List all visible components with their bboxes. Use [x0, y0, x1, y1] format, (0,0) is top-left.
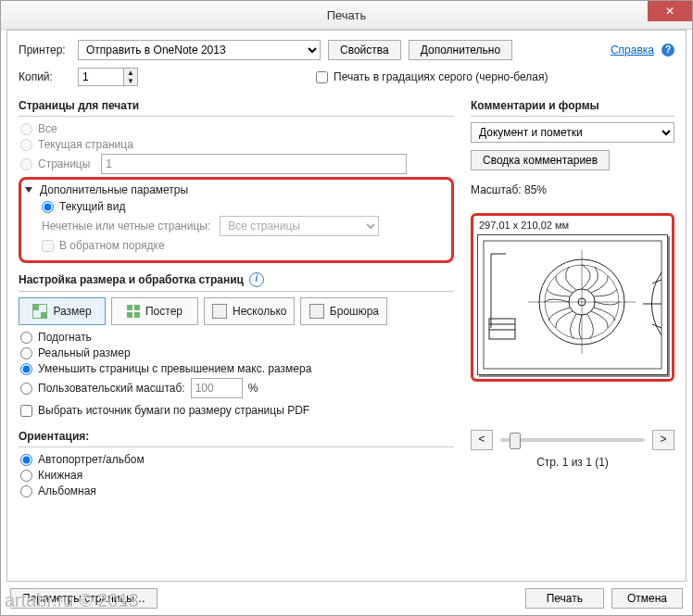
more-options-highlight: Дополнительные параметры Текущий вид Неч… — [19, 177, 454, 263]
copies-spinner[interactable]: ▲ ▼ — [78, 68, 138, 86]
properties-button[interactable]: Свойства — [328, 40, 401, 60]
size-icon — [32, 304, 47, 319]
radio-orient-landscape[interactable]: Альбомная — [19, 484, 454, 497]
print-button[interactable]: Печать — [525, 588, 604, 609]
slider-thumb[interactable] — [510, 433, 521, 449]
cancel-button[interactable]: Отмена — [611, 588, 683, 609]
preview-next-button[interactable]: > — [652, 430, 674, 450]
poster-icon — [127, 305, 140, 318]
copies-label: Копий: — [19, 70, 70, 83]
radio-range[interactable]: Страницы — [19, 154, 454, 174]
radio-orient-portrait[interactable]: Книжная — [19, 469, 454, 482]
radio-orient-auto[interactable]: Автопортрет/альбом — [19, 453, 454, 466]
printer-select[interactable]: Отправить в OneNote 2013 — [78, 40, 321, 60]
preview-page — [477, 234, 668, 375]
odd-even-label: Нечетные или четные страницы: — [42, 220, 210, 233]
advanced-button[interactable]: Дополнительно — [409, 40, 512, 60]
preview-drawing — [478, 235, 667, 374]
page-counter: Стр. 1 из 1 (1) — [471, 456, 674, 469]
grayscale-checkbox[interactable]: Печать в градациях серого (черно-белая) — [314, 70, 548, 83]
custom-scale-input — [191, 378, 243, 398]
print-dialog: Печать ✕ Принтер: Отправить в OneNote 20… — [0, 0, 693, 616]
radio-actual[interactable]: Реальный размер — [19, 346, 454, 359]
tab-multi[interactable]: Несколько — [204, 297, 295, 325]
copies-up[interactable]: ▲ — [124, 69, 137, 77]
booklet-icon — [309, 304, 324, 319]
chevron-down-icon[interactable] — [25, 187, 32, 193]
multi-icon — [212, 304, 227, 319]
check-paper-source[interactable]: Выбрать источник бумаги по размеру стран… — [19, 404, 454, 417]
more-options-title: Дополнительные параметры — [40, 183, 188, 196]
radio-fit[interactable]: Подогнать — [19, 331, 454, 344]
close-button[interactable]: ✕ — [648, 1, 692, 21]
preview-zoom-slider[interactable] — [500, 438, 645, 442]
preview-prev-button[interactable]: < — [471, 430, 493, 450]
watermark: artabr.ru © 2013 — [5, 590, 139, 611]
orientation-title: Ориентация: — [19, 430, 454, 443]
dialog-content: Принтер: Отправить в OneNote 2013 Свойст… — [6, 30, 687, 582]
tab-booklet[interactable]: Брошюра — [300, 297, 387, 325]
radio-shrink[interactable]: Уменьшить страницы с превышением макс. р… — [19, 362, 454, 375]
radio-all[interactable]: Все — [19, 122, 454, 135]
radio-custom-scale[interactable]: Пользовательский масштаб: % — [19, 378, 454, 398]
title-bar: Печать ✕ — [1, 1, 692, 30]
help-icon[interactable]: ? — [662, 44, 674, 57]
tab-poster[interactable]: Постер — [111, 297, 198, 325]
svg-rect-3 — [489, 319, 515, 339]
printer-label: Принтер: — [19, 44, 70, 57]
odd-even-select: Все страницы — [220, 216, 379, 236]
info-icon[interactable]: i — [249, 272, 264, 287]
comments-title: Комментарии и формы — [471, 99, 674, 112]
copies-down[interactable]: ▼ — [124, 77, 137, 85]
comments-select[interactable]: Документ и пометки — [471, 122, 674, 143]
scale-label: Масштаб: 85% — [471, 183, 674, 196]
pages-section-title: Страницы для печати — [19, 99, 454, 112]
sizing-title: Настройка размера и обработка страниц — [19, 273, 244, 286]
summarize-comments-button[interactable]: Сводка комментариев — [471, 150, 610, 170]
check-reverse[interactable]: В обратном порядке — [40, 239, 444, 252]
help-link[interactable]: Справка — [611, 44, 654, 57]
tab-size[interactable]: Размер — [19, 297, 106, 325]
window-title: Печать — [327, 8, 367, 22]
radio-current-page[interactable]: Текущая страница — [19, 138, 454, 151]
copies-input[interactable] — [79, 69, 123, 85]
pages-range-input[interactable] — [101, 154, 407, 174]
preview-highlight: 297,01 x 210,02 мм — [471, 213, 674, 382]
radio-current-view[interactable]: Текущий вид — [40, 200, 444, 213]
page-dimensions: 297,01 x 210,02 мм — [479, 220, 668, 231]
